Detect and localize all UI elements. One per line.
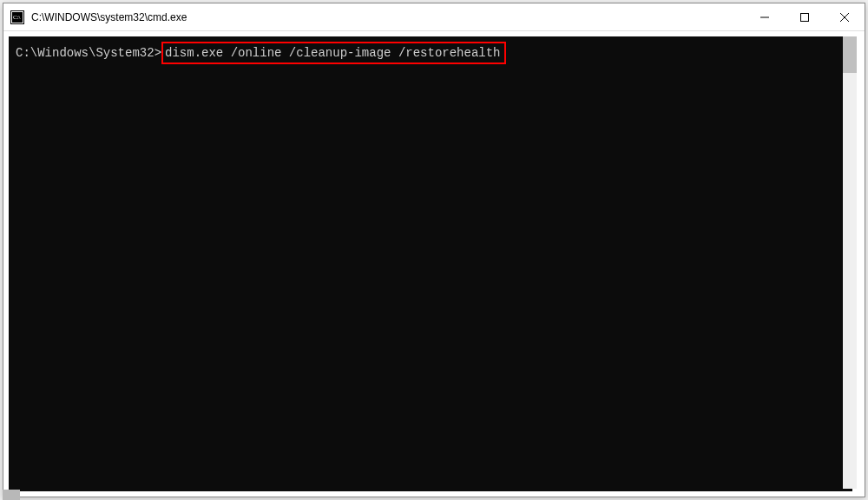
- window-title: C:\WINDOWS\system32\cmd.exe: [31, 11, 745, 23]
- horizontal-scrollbar-thumb[interactable]: [3, 490, 20, 500]
- vertical-scrollbar-thumb[interactable]: [843, 36, 857, 73]
- minimize-button[interactable]: [745, 3, 785, 31]
- command-line: C:\Windows\System32>dism.exe /online /cl…: [16, 42, 845, 64]
- window-controls: [745, 3, 865, 30]
- close-button[interactable]: [825, 3, 865, 31]
- command-text: dism.exe /online /cleanup-image /restore…: [161, 42, 505, 64]
- prompt: C:\Windows\System32>: [16, 46, 161, 60]
- vertical-scrollbar[interactable]: [843, 36, 857, 489]
- svg-text:C:\: C:\: [13, 14, 21, 21]
- terminal[interactable]: C:\Windows\System32>dism.exe /online /cl…: [9, 36, 852, 491]
- svg-rect-5: [801, 14, 809, 22]
- maximize-button[interactable]: [785, 3, 825, 31]
- titlebar[interactable]: C:\ C:\WINDOWS\system32\cmd.exe: [3, 3, 865, 31]
- close-icon: [840, 13, 849, 22]
- minimize-icon: [760, 13, 769, 22]
- client-area: C:\Windows\System32>dism.exe /online /cl…: [3, 31, 865, 497]
- cmd-icon: C:\: [10, 10, 24, 24]
- maximize-icon: [800, 13, 809, 22]
- cmd-window: C:\ C:\WINDOWS\system32\cmd.exe: [3, 3, 865, 497]
